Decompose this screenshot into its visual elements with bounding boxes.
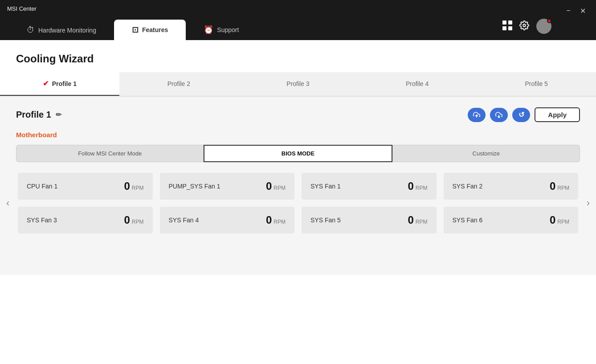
svg-rect-2 <box>502 26 506 30</box>
fan-name-7: SYS Fan 5 <box>310 217 341 224</box>
top-right-icons <box>502 19 551 34</box>
fan-value-1: 0 <box>124 180 130 192</box>
upload-button[interactable] <box>468 108 486 122</box>
fan-unit-4: RPM <box>557 185 569 191</box>
profile-tab-4[interactable]: Profile 4 <box>358 72 477 96</box>
fans-container: CPU Fan 1 0 RPM PUMP_SYS Fan 1 0 RPM SYS… <box>16 171 580 235</box>
profile-tabs: ✔ Profile 1 Profile 2 Profile 3 Profile … <box>0 72 596 97</box>
hardware-icon: ⏱ <box>27 25 35 35</box>
fan-name-3: SYS Fan 1 <box>310 183 341 190</box>
fan-value-2: 0 <box>266 180 272 192</box>
fan-name-5: SYS Fan 3 <box>27 217 57 224</box>
app-title: MSI Center <box>7 5 37 12</box>
profile-name: Profile 1 ✏ <box>16 110 61 120</box>
fan-rpm-4: 0 RPM <box>550 180 569 192</box>
mode-buttons: Follow MSI Center Mode BIOS MODE Customi… <box>16 145 580 162</box>
profile-name-text: Profile 1 <box>16 110 51 120</box>
fan-card-8[interactable]: SYS Fan 6 0 RPM <box>444 207 579 233</box>
fan-name-8: SYS Fan 6 <box>453 217 483 224</box>
window-controls: − ✕ <box>562 4 589 17</box>
profile-tab-1-label: Profile 1 <box>52 80 77 87</box>
fan-rpm-5: 0 RPM <box>124 214 143 226</box>
reset-button[interactable]: ↺ <box>512 108 530 122</box>
settings-icon[interactable] <box>519 20 529 33</box>
fan-card-4[interactable]: SYS Fan 2 0 RPM <box>444 173 579 200</box>
fan-rpm-6: 0 RPM <box>266 214 286 226</box>
fan-card-2[interactable]: PUMP_SYS Fan 1 0 RPM <box>160 173 295 200</box>
profile-tab-1[interactable]: ✔ Profile 1 <box>0 72 119 96</box>
fan-name-2: PUMP_SYS Fan 1 <box>169 183 220 190</box>
fan-card-3[interactable]: SYS Fan 1 0 RPM <box>302 173 437 200</box>
fan-value-7: 0 <box>408 214 413 226</box>
fan-value-5: 0 <box>124 214 130 226</box>
fans-wrapper: ‹ CPU Fan 1 0 RPM PUMP_SYS Fan 1 0 RPM <box>16 171 580 235</box>
features-icon: ⊡ <box>132 25 139 35</box>
profile-tab-2-label: Profile 2 <box>167 80 190 87</box>
support-label: Support <box>217 26 239 33</box>
fan-card-5[interactable]: SYS Fan 3 0 RPM <box>18 207 153 233</box>
fans-next-button[interactable]: › <box>583 194 593 213</box>
profile-actions: ↺ Apply <box>468 107 580 122</box>
title-bar: MSI Center ⏱ Hardware Monitoring ⊡ Featu… <box>0 0 596 40</box>
profile-tab-2[interactable]: Profile 2 <box>119 72 239 96</box>
fan-card-1[interactable]: CPU Fan 1 0 RPM <box>18 173 153 200</box>
profile-header: Profile 1 ✏ <box>16 107 580 122</box>
hardware-label: Hardware Monitoring <box>38 27 96 34</box>
fan-value-6: 0 <box>266 214 272 226</box>
avatar[interactable] <box>536 19 551 34</box>
features-label: Features <box>142 26 168 33</box>
fan-unit-5: RPM <box>132 219 144 225</box>
main-content: Cooling Wizard ✔ Profile 1 Profile 2 Pro… <box>0 40 596 364</box>
fan-card-7[interactable]: SYS Fan 5 0 RPM <box>302 207 437 233</box>
follow-mode-button[interactable]: Follow MSI Center Mode <box>16 145 204 162</box>
support-icon: ⏰ <box>204 25 213 35</box>
bios-mode-button[interactable]: BIOS MODE <box>204 145 392 162</box>
profile-tab-3[interactable]: Profile 3 <box>238 72 358 96</box>
page-title: Cooling Wizard <box>0 40 596 72</box>
fan-name-1: CPU Fan 1 <box>27 183 57 190</box>
svg-rect-1 <box>508 20 512 25</box>
svg-rect-0 <box>502 20 506 25</box>
fan-name-4: SYS Fan 2 <box>453 183 483 190</box>
fans-prev-button[interactable]: ‹ <box>3 194 13 213</box>
fan-value-8: 0 <box>550 214 555 226</box>
fan-rpm-8: 0 RPM <box>550 214 569 226</box>
apply-button[interactable]: Apply <box>535 107 580 122</box>
fan-rpm-7: 0 RPM <box>408 214 427 226</box>
avatar-notification-dot <box>547 19 551 23</box>
profile-tab-3-label: Profile 3 <box>286 80 309 87</box>
close-button[interactable]: ✕ <box>576 4 589 17</box>
fan-rpm-3: 0 RPM <box>408 180 427 192</box>
fan-unit-6: RPM <box>274 219 286 225</box>
fan-name-6: SYS Fan 4 <box>169 217 199 224</box>
fan-rpm-1: 0 RPM <box>124 180 143 192</box>
fan-value-3: 0 <box>408 180 413 192</box>
customize-mode-button[interactable]: Customize <box>392 145 580 162</box>
profile-content: Profile 1 ✏ <box>0 97 596 275</box>
download-button[interactable] <box>490 108 508 122</box>
fan-value-4: 0 <box>550 180 555 192</box>
nav-tab-features[interactable]: ⊡ Features <box>114 20 186 40</box>
fan-rpm-2: 0 RPM <box>266 180 286 192</box>
fan-unit-1: RPM <box>132 185 144 191</box>
nav-tab-support[interactable]: ⏰ Support <box>186 20 257 40</box>
profile-tab-5[interactable]: Profile 5 <box>477 72 596 96</box>
section-label: Motherboard <box>16 131 580 139</box>
minimize-button[interactable]: − <box>562 4 575 17</box>
fan-unit-2: RPM <box>274 185 286 191</box>
svg-rect-3 <box>508 26 512 30</box>
profile-tab-4-label: Profile 4 <box>406 80 429 87</box>
fan-unit-3: RPM <box>416 185 428 191</box>
svg-point-4 <box>523 24 526 27</box>
fan-card-6[interactable]: SYS Fan 4 0 RPM <box>160 207 295 233</box>
profile-tab-5-label: Profile 5 <box>525 80 547 87</box>
nav-tab-hardware[interactable]: ⏱ Hardware Monitoring <box>9 20 114 40</box>
fan-unit-7: RPM <box>416 219 428 225</box>
fan-unit-8: RPM <box>557 219 569 225</box>
edit-profile-icon[interactable]: ✏ <box>56 110 61 119</box>
check-icon-1: ✔ <box>43 79 49 88</box>
grid-icon[interactable] <box>502 20 512 33</box>
